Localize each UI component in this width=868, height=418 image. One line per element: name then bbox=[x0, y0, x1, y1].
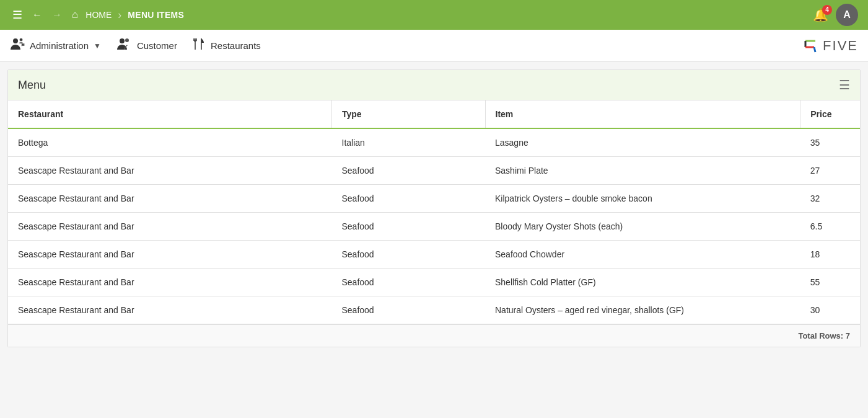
five-logo-icon bbox=[800, 36, 820, 56]
cell-item: Kilpatrick Oysters – double smoke bacon bbox=[485, 185, 800, 213]
table-header-row: Restaurant Type Item Price bbox=[8, 100, 860, 128]
administration-icon bbox=[10, 37, 25, 54]
restaurants-label: Restaurants bbox=[211, 40, 261, 51]
svg-point-4 bbox=[125, 38, 129, 42]
cell-restaurant: Seascape Restaurant and Bar bbox=[8, 185, 332, 213]
nav-item-customer[interactable]: Customer bbox=[116, 35, 177, 56]
cell-item: Sashimi Plate bbox=[485, 157, 800, 185]
top-bar-left: ☰ ← → ⌂ HOME › MENU ITEMS bbox=[10, 6, 808, 24]
five-logo-text: FIVE bbox=[823, 38, 858, 54]
table-row[interactable]: Seascape Restaurant and BarSeafoodNatura… bbox=[8, 296, 860, 324]
customer-label: Customer bbox=[137, 40, 177, 51]
svg-point-0 bbox=[13, 38, 18, 43]
table-row[interactable]: Seascape Restaurant and BarSeafoodBloody… bbox=[8, 213, 860, 241]
main-content: Menu ☰ Restaurant Type Item Price Botteg… bbox=[0, 69, 868, 347]
notification-button[interactable]: 🔔 4 bbox=[813, 9, 828, 21]
cell-type: Seafood bbox=[332, 296, 486, 324]
cell-restaurant: Seascape Restaurant and Bar bbox=[8, 157, 332, 185]
cell-item: Shellfish Cold Platter (GF) bbox=[485, 269, 800, 296]
current-page-label: MENU ITEMS bbox=[128, 10, 184, 20]
customer-icon bbox=[116, 37, 132, 54]
cell-price: 55 bbox=[800, 269, 860, 296]
column-header-restaurant[interactable]: Restaurant bbox=[8, 100, 332, 128]
svg-line-14 bbox=[814, 47, 815, 52]
restaurants-icon bbox=[192, 37, 206, 54]
filter-icon[interactable]: ☰ bbox=[839, 78, 850, 92]
home-nav-item[interactable]: HOME bbox=[85, 10, 112, 20]
forward-icon[interactable]: → bbox=[50, 7, 64, 23]
nav-item-administration[interactable]: Administration ▼ bbox=[10, 35, 101, 56]
secondary-nav: Administration ▼ Customer bbox=[0, 30, 868, 62]
cell-restaurant: Seascape Restaurant and Bar bbox=[8, 296, 332, 324]
cell-restaurant: Seascape Restaurant and Bar bbox=[8, 213, 332, 241]
breadcrumb-separator: › bbox=[118, 9, 121, 22]
cell-restaurant: Bottega bbox=[8, 128, 332, 157]
cell-item: Seafood Chowder bbox=[485, 241, 800, 269]
cell-price: 35 bbox=[800, 128, 860, 157]
cell-price: 32 bbox=[800, 185, 860, 213]
table-row[interactable]: BottegaItalianLasagne35 bbox=[8, 128, 860, 157]
column-header-price[interactable]: Price bbox=[800, 100, 860, 128]
cell-type: Seafood bbox=[332, 269, 486, 296]
table-row[interactable]: Seascape Restaurant and BarSeafoodSeafoo… bbox=[8, 241, 860, 269]
cell-restaurant: Seascape Restaurant and Bar bbox=[8, 241, 332, 269]
menu-table: Restaurant Type Item Price BottegaItalia… bbox=[8, 100, 860, 324]
cell-item: Lasagne bbox=[485, 128, 800, 157]
table-row[interactable]: Seascape Restaurant and BarSeafoodKilpat… bbox=[8, 185, 860, 213]
five-logo: FIVE bbox=[800, 36, 858, 56]
top-bar-right: 🔔 4 A bbox=[813, 4, 858, 26]
notification-badge: 4 bbox=[822, 5, 832, 15]
home-icon[interactable]: ⌂ bbox=[69, 6, 81, 24]
total-rows-label: Total Rows: 7 bbox=[798, 331, 850, 340]
cell-restaurant: Seascape Restaurant and Bar bbox=[8, 269, 332, 296]
menu-panel: Menu ☰ Restaurant Type Item Price Botteg… bbox=[7, 69, 861, 347]
menu-panel-header: Menu ☰ bbox=[8, 70, 860, 100]
cell-price: 18 bbox=[800, 241, 860, 269]
svg-point-1 bbox=[20, 38, 23, 42]
cell-price: 6.5 bbox=[800, 213, 860, 241]
cell-type: Seafood bbox=[332, 185, 486, 213]
table-row[interactable]: Seascape Restaurant and BarSeafoodShellf… bbox=[8, 269, 860, 296]
cell-price: 30 bbox=[800, 296, 860, 324]
menu-panel-title: Menu bbox=[18, 79, 46, 92]
administration-label: Administration bbox=[30, 40, 89, 51]
cell-type: Seafood bbox=[332, 157, 486, 185]
cell-price: 27 bbox=[800, 157, 860, 185]
table-footer: Total Rows: 7 bbox=[8, 324, 860, 347]
cell-item: Natural Oysters – aged red vinegar, shal… bbox=[485, 296, 800, 324]
table-row[interactable]: Seascape Restaurant and BarSeafoodSashim… bbox=[8, 157, 860, 185]
avatar-button[interactable]: A bbox=[836, 4, 858, 26]
nav-item-restaurants[interactable]: Restaurants bbox=[192, 35, 261, 56]
cell-type: Italian bbox=[332, 128, 486, 157]
cell-type: Seafood bbox=[332, 213, 486, 241]
administration-dropdown-arrow: ▼ bbox=[94, 42, 101, 50]
back-icon[interactable]: ← bbox=[30, 7, 45, 23]
cell-type: Seafood bbox=[332, 241, 486, 269]
top-bar: ☰ ← → ⌂ HOME › MENU ITEMS 🔔 4 A bbox=[0, 0, 868, 30]
cell-item: Bloody Mary Oyster Shots (each) bbox=[485, 213, 800, 241]
secondary-nav-left: Administration ▼ Customer bbox=[10, 35, 261, 56]
column-header-item[interactable]: Item bbox=[485, 100, 800, 128]
svg-point-3 bbox=[120, 38, 125, 43]
home-label: HOME bbox=[85, 10, 112, 20]
hamburger-icon[interactable]: ☰ bbox=[10, 6, 25, 24]
column-header-type[interactable]: Type bbox=[332, 100, 486, 128]
